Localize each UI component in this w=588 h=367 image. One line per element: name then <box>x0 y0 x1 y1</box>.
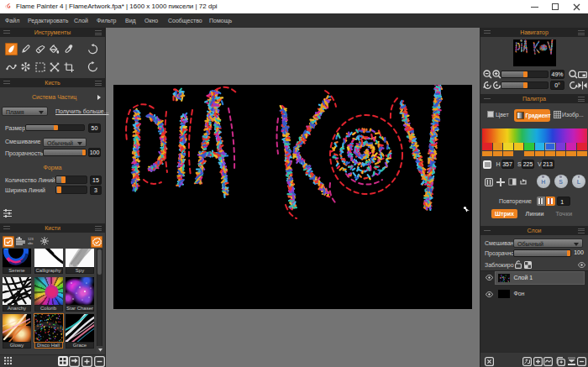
svg-text:abc: abc <box>28 241 33 245</box>
